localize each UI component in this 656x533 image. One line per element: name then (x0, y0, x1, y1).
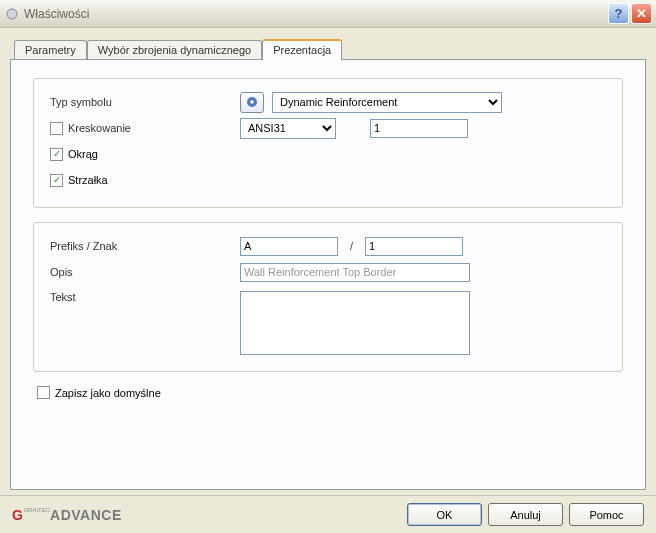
symbol-type-label: Typ symbolu (50, 96, 240, 108)
text-label: Tekst (50, 291, 240, 303)
tab-strip: Parametry Wybór zbrojenia dynamicznego P… (14, 38, 646, 59)
save-default-label: Zapisz jako domyślne (55, 387, 161, 399)
ok-button[interactable]: OK (407, 503, 482, 526)
tab-presentation[interactable]: Prezentacja (262, 39, 342, 60)
circle-checkbox[interactable]: ✓ Okrąg (50, 148, 98, 161)
hatch-scale-input[interactable] (370, 119, 468, 138)
checkbox-icon: ✓ (50, 148, 63, 161)
close-icon[interactable]: ✕ (631, 3, 652, 24)
text-input[interactable] (240, 291, 470, 355)
checkbox-icon (50, 122, 63, 135)
circle-label: Okrąg (68, 148, 98, 160)
prefix-number-input[interactable] (365, 237, 463, 256)
svg-point-0 (7, 9, 17, 19)
save-default-checkbox[interactable]: Zapisz jako domyślne (37, 386, 161, 399)
separator-slash: / (350, 240, 353, 252)
symbol-group: Typ symbolu Dynamic Reinforcement (33, 78, 623, 208)
help-button[interactable]: Pomoc (569, 503, 644, 526)
content-area: Parametry Wybór zbrojenia dynamicznego P… (0, 28, 656, 495)
hatch-pattern-select[interactable]: ANSI31 (240, 118, 336, 139)
description-input (240, 263, 470, 282)
cancel-button[interactable]: Anuluj (488, 503, 563, 526)
app-icon (4, 6, 20, 22)
tab-parameters[interactable]: Parametry (14, 40, 87, 59)
symbol-type-select[interactable]: Dynamic Reinforcement (272, 92, 502, 113)
tab-body: Typ symbolu Dynamic Reinforcement (10, 59, 646, 490)
brand-logo: GGRAITECADVANCE (12, 507, 122, 523)
checkbox-icon: ✓ (50, 174, 63, 187)
hatch-checkbox[interactable]: Kreskowanie (50, 122, 240, 135)
symbol-browse-button[interactable] (240, 92, 264, 113)
text-group: Prefiks / Znak / Opis Tekst (33, 222, 623, 372)
titlebar: Właściwości ? ✕ (0, 0, 656, 28)
hatch-label: Kreskowanie (68, 122, 131, 134)
prefix-label: Prefiks / Znak (50, 240, 240, 252)
window-title: Właściwości (24, 7, 608, 21)
checkbox-icon (37, 386, 50, 399)
browse-icon (245, 95, 259, 109)
tab-dynamic-selection[interactable]: Wybór zbrojenia dynamicznego (87, 40, 262, 59)
help-icon[interactable]: ? (608, 3, 629, 24)
description-label: Opis (50, 266, 240, 278)
arrow-checkbox[interactable]: ✓ Strzałka (50, 174, 108, 187)
arrow-label: Strzałka (68, 174, 108, 186)
prefix-input[interactable] (240, 237, 338, 256)
footer: GGRAITECADVANCE OK Anuluj Pomoc (0, 495, 656, 533)
